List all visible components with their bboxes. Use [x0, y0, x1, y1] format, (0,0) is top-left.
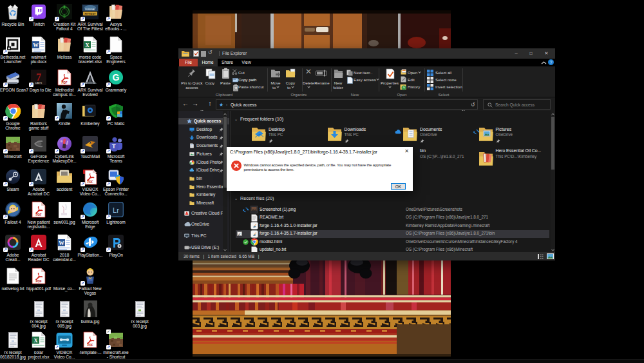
svg-text:PDF: PDF — [35, 280, 41, 283]
svg-text:PDF: PDF — [61, 81, 67, 84]
svg-text:PDF: PDF — [87, 181, 93, 184]
svg-text:FITTEST: FITTEST — [85, 12, 96, 15]
svg-text:T: T — [112, 143, 116, 150]
svg-text:W: W — [59, 240, 64, 246]
svg-text:PDF: PDF — [87, 344, 93, 347]
svg-text:X: X — [85, 42, 90, 48]
svg-text:DAYS: DAYS — [35, 81, 43, 84]
svg-text:W: W — [33, 42, 39, 48]
svg-text:SURVIVAL: SURVIVAL — [85, 8, 96, 11]
svg-text:PDF: PDF — [35, 213, 41, 217]
svg-text:Lr: Lr — [113, 206, 119, 214]
svg-text:G: G — [113, 72, 120, 83]
svg-text:X: X — [33, 337, 38, 344]
